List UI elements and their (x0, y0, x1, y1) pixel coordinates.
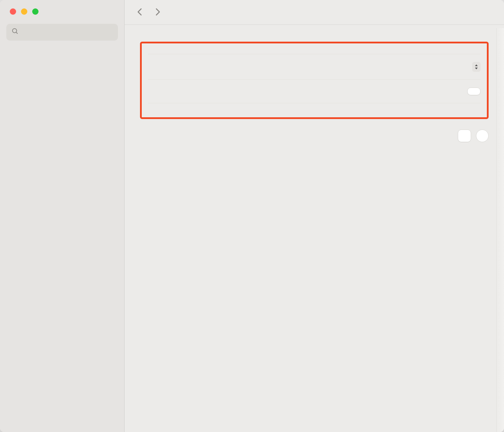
security-section-highlighted (140, 42, 489, 119)
search-icon (11, 27, 19, 37)
sidebar (0, 0, 125, 432)
allow-applications-popup[interactable] (469, 62, 481, 72)
svg-line-1 (16, 32, 18, 34)
blocked-app-row (148, 79, 481, 103)
help-button[interactable] (476, 130, 489, 142)
security-heading (148, 50, 481, 54)
close-window-button[interactable] (10, 8, 16, 15)
allow-applications-row (148, 54, 481, 79)
blocked-app-note (148, 103, 481, 109)
search-field[interactable] (6, 24, 118, 41)
search-input[interactable] (22, 28, 119, 37)
svg-marker-2 (475, 64, 478, 66)
main-pane (125, 0, 504, 432)
forward-button[interactable] (150, 5, 164, 19)
titlebar (125, 0, 504, 25)
system-settings-window (0, 0, 504, 432)
svg-marker-3 (475, 68, 478, 69)
popup-stepper-icon (472, 62, 481, 72)
sidebar-nav (0, 48, 124, 432)
scrollbar-track[interactable] (496, 28, 504, 432)
advanced-button[interactable] (458, 130, 471, 142)
back-button[interactable] (133, 5, 147, 19)
minimize-window-button[interactable] (21, 8, 27, 15)
footer-actions (140, 119, 489, 146)
content-scroll[interactable] (125, 25, 504, 432)
window-controls (0, 0, 124, 24)
open-anyway-button[interactable] (467, 88, 481, 95)
svg-point-0 (13, 29, 17, 33)
zoom-window-button[interactable] (32, 8, 38, 15)
